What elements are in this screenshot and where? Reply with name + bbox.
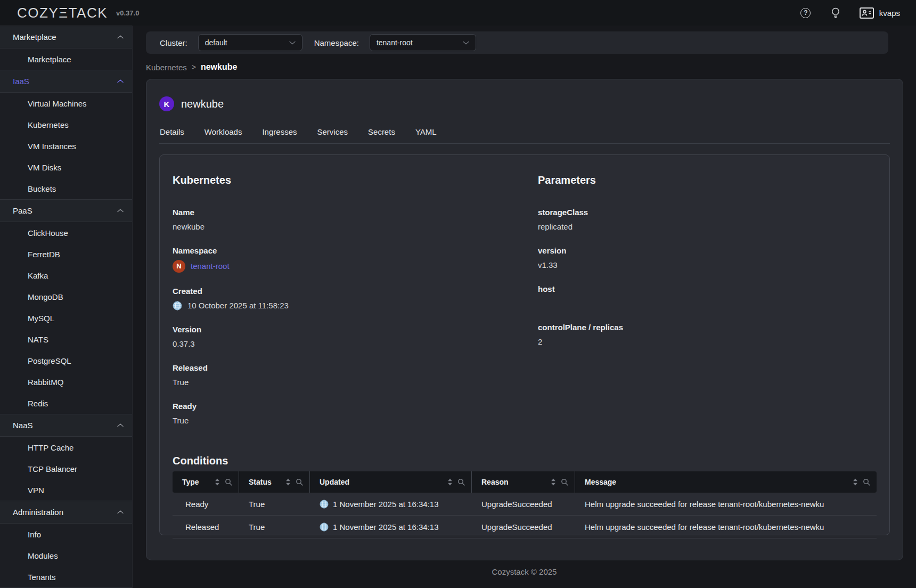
tab[interactable]: Ingresses	[261, 127, 297, 144]
sidebar-item[interactable]: NATS	[0, 329, 132, 350]
sidebar-item[interactable]: Kafka	[0, 265, 132, 286]
sidebar-group-header[interactable]: Marketplace	[0, 26, 132, 48]
cell-updated: 1 November 2025 at 16:34:13	[310, 500, 472, 509]
username: kvaps	[879, 9, 900, 18]
conditions-table: Type	[173, 471, 877, 538]
sidebar-group: Administration Info Mod	[0, 501, 132, 587]
namespace-select[interactable]: tenant-root	[370, 34, 476, 51]
chevron-up-icon	[117, 79, 124, 83]
sidebar-group: NaaS HTTP Cache TCP Bal	[0, 414, 132, 501]
detail-field: Ready True	[173, 402, 538, 426]
sidebar-item[interactable]: VM Disks	[0, 157, 132, 178]
sidebar-item[interactable]: PostgreSQL	[0, 350, 132, 371]
detail-field: Version 0.37.3	[173, 325, 538, 349]
sidebar-item[interactable]: RabbitMQ	[0, 371, 132, 393]
detail-field: controlPlane / replicas 2	[538, 323, 877, 347]
sidebar-item[interactable]: VPN	[0, 479, 132, 501]
sidebar-group-items: Info Modules Tenants	[0, 524, 132, 587]
app-logo: COZYΞTACK	[17, 5, 108, 21]
sidebar-group: Marketplace Marketplace	[0, 26, 132, 70]
field-value	[538, 298, 877, 309]
field-value: newkube	[173, 222, 538, 232]
details-left-column: Kubernetes Name newkube	[173, 174, 538, 440]
updated-text: 1 November 2025 at 16:34:13	[333, 522, 438, 532]
sidebar-item[interactable]: Virtual Machines	[0, 93, 132, 114]
resource-title: newkube	[181, 98, 224, 110]
sidebar-item[interactable]: Kubernetes	[0, 114, 132, 135]
sidebar-group-items: HTTP Cache TCP Balancer VPN	[0, 437, 132, 501]
sort-icon[interactable]	[853, 478, 858, 486]
breadcrumb-parent[interactable]: Kubernetes	[146, 63, 187, 72]
sidebar-item-label: HTTP Cache	[28, 443, 73, 452]
chevron-down-icon	[289, 41, 296, 45]
sidebar-item[interactable]: ClickHouse	[0, 222, 132, 243]
sort-icon[interactable]	[447, 478, 453, 486]
sidebar-item[interactable]: Modules	[0, 545, 132, 566]
table-row: Released True	[173, 516, 877, 538]
sidebar-item[interactable]: VM Instances	[0, 135, 132, 157]
sidebar-item[interactable]: Redis	[0, 393, 132, 414]
chevron-down-icon	[463, 41, 469, 45]
field-label: Released	[173, 363, 538, 373]
field-list: Name newkube Namespace	[173, 208, 538, 426]
sidebar-item[interactable]: MySQL	[0, 307, 132, 329]
detail-field: version v1.33	[538, 246, 877, 271]
sidebar-item[interactable]: Marketplace	[0, 48, 132, 70]
cluster-select[interactable]: default	[198, 34, 302, 51]
search-icon[interactable]	[561, 478, 568, 486]
tab[interactable]: YAML	[415, 127, 437, 144]
sidebar-group-items: ClickHouse FerretDB Kafka	[0, 222, 132, 414]
sidebar-group: PaaS ClickHouse FerretD	[0, 199, 132, 414]
chevron-up-icon	[117, 35, 124, 39]
search-icon[interactable]	[225, 478, 232, 486]
breadcrumb-separator: >	[192, 63, 196, 71]
cell-status: True	[239, 522, 310, 532]
resource-title-row: K newkube	[159, 96, 890, 111]
theme-toggle-button[interactable]	[828, 5, 844, 21]
sidebar-group-header[interactable]: Administration	[0, 501, 132, 524]
search-icon[interactable]	[457, 478, 465, 486]
sidebar-item[interactable]: FerretDB	[0, 243, 132, 265]
sidebar-group-label: IaaS	[13, 77, 29, 86]
chevron-up-icon	[117, 209, 124, 213]
globe-icon	[173, 301, 182, 311]
column-label: Message	[585, 478, 616, 486]
field-label: Namespace	[173, 246, 538, 256]
sort-icon[interactable]	[215, 478, 220, 486]
sidebar-group-label: PaaS	[13, 206, 32, 215]
field-label: version	[538, 246, 877, 256]
search-icon[interactable]	[296, 478, 303, 486]
help-button[interactable]: ?	[798, 5, 814, 21]
sidebar-group-header[interactable]: PaaS	[0, 200, 132, 222]
tab[interactable]: Services	[317, 127, 349, 144]
field-label: controlPlane / replicas	[538, 323, 877, 332]
sidebar-item[interactable]: Buckets	[0, 178, 132, 199]
sidebar-item[interactable]: TCP Balancer	[0, 458, 132, 479]
main-content: Cluster: default Namespace: tenant-root …	[133, 26, 916, 588]
user-menu[interactable]: kvaps	[860, 7, 900, 19]
sidebar-group-header[interactable]: IaaS	[0, 70, 132, 93]
detail-field: Name newkube	[173, 208, 538, 232]
sidebar-item-label: Kubernetes	[28, 120, 69, 129]
sidebar-item[interactable]: HTTP Cache	[0, 437, 132, 458]
field-value-text[interactable]: tenant-root	[191, 261, 230, 272]
sidebar-item[interactable]: Tenants	[0, 566, 132, 587]
sidebar-item[interactable]: Info	[0, 524, 132, 545]
tab[interactable]: Secrets	[367, 127, 396, 144]
field-value: 0.37.3	[173, 339, 538, 349]
search-icon[interactable]	[863, 478, 870, 486]
sidebar-item[interactable]: MongoDB	[0, 286, 132, 307]
sidebar-item-label: MongoDB	[28, 292, 63, 301]
breadcrumb: Kubernetes > newkube	[146, 62, 903, 72]
field-label: Ready	[173, 402, 538, 411]
tab[interactable]: Workloads	[204, 127, 243, 144]
sidebar-item-label: Marketplace	[28, 55, 71, 64]
footer-text: Cozystack © 2025	[133, 560, 916, 576]
tab[interactable]: Details	[159, 127, 185, 144]
sort-icon[interactable]	[551, 478, 556, 486]
sort-icon[interactable]	[285, 478, 291, 486]
sidebar-item-label: Info	[28, 530, 41, 539]
cell-message: Helm upgrade succeeded for release tenan…	[575, 522, 877, 532]
cell-updated: 1 November 2025 at 16:34:13	[310, 522, 472, 532]
sidebar-group-header[interactable]: NaaS	[0, 414, 132, 437]
